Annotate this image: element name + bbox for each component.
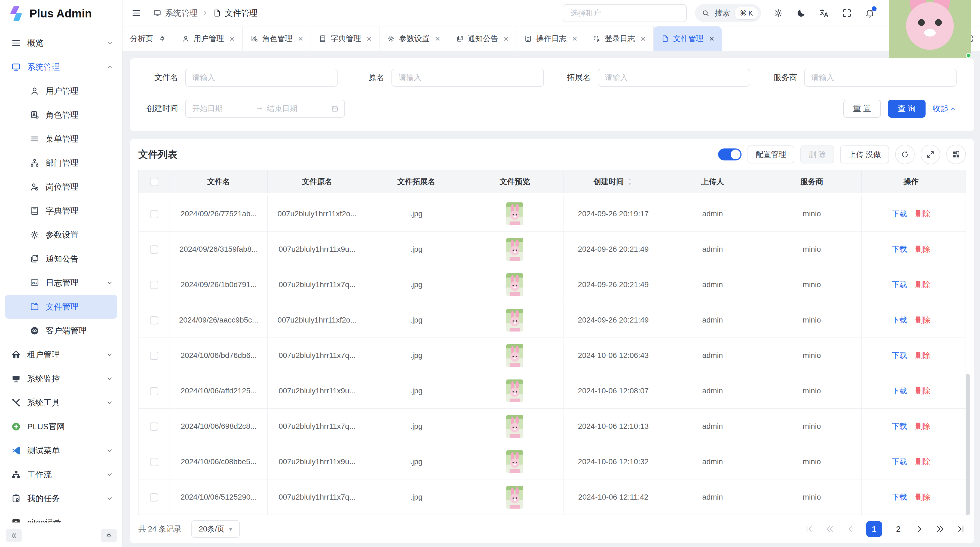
sidebar-item[interactable]: 客户端管理 [0, 319, 122, 343]
sidebar-item[interactable]: 参数设置 [0, 223, 122, 247]
table-fullscreen-button[interactable] [921, 145, 940, 164]
sidebar-item[interactable]: PLUS官网 [0, 415, 122, 439]
sidebar-item[interactable]: 部门管理 [0, 151, 122, 175]
close-icon[interactable]: × [298, 34, 303, 43]
preview-thumbnail[interactable] [506, 380, 523, 402]
col-created-time[interactable]: 创建时间 [564, 170, 663, 193]
delete-link[interactable]: 删除 [915, 458, 931, 466]
download-link[interactable]: 下载 [892, 493, 907, 501]
close-icon[interactable]: × [709, 34, 714, 43]
config-manage-button[interactable]: 配置管理 [748, 145, 794, 163]
tab[interactable]: 操作日志 × [516, 26, 585, 51]
column-settings-button[interactable] [946, 145, 966, 164]
preview-thumbnail[interactable] [506, 273, 523, 296]
col-actions[interactable]: 操作 [862, 170, 961, 193]
delete-link[interactable]: 删除 [915, 245, 931, 254]
sidebar-item[interactable]: 通知公告 [0, 247, 122, 271]
page-number-1[interactable]: 1 [866, 521, 882, 537]
collapse-filter-link[interactable]: 收起 [932, 103, 956, 114]
delete-link[interactable]: 删除 [915, 351, 931, 360]
delete-link[interactable]: 删除 [915, 493, 931, 501]
preview-thumbnail[interactable] [506, 415, 523, 438]
breadcrumb-item-files[interactable]: 文件管理 [213, 8, 258, 19]
extension-input[interactable] [598, 69, 750, 87]
tab[interactable]: 参数设置 × [379, 26, 448, 51]
select-all-checkbox[interactable] [150, 178, 158, 186]
row-checkbox[interactable] [150, 316, 158, 324]
batch-delete-button[interactable]: 删除 [800, 145, 834, 163]
preview-thumbnail[interactable] [506, 203, 523, 225]
preview-thumbnail[interactable] [506, 309, 523, 332]
hamburger-icon[interactable] [131, 8, 142, 18]
delete-link[interactable]: 删除 [915, 386, 931, 395]
upload-button[interactable]: 上传 没做 [840, 145, 889, 163]
sidebar-item[interactable]: 租户管理 [0, 343, 122, 367]
sidebar-item[interactable]: G gitee记录 [0, 510, 122, 523]
sidebar-item[interactable]: DEV 日志管理 [0, 271, 122, 295]
sidebar-item[interactable]: 测试菜单 [0, 439, 122, 462]
row-checkbox[interactable] [150, 458, 158, 466]
sidebar-item[interactable]: 用户管理 [0, 79, 122, 103]
dark-mode-moon-icon[interactable] [796, 8, 806, 18]
sidebar-item[interactable]: 系统管理 [0, 55, 122, 79]
last-page-button[interactable] [956, 524, 966, 534]
download-link[interactable]: 下载 [892, 209, 907, 218]
tab[interactable]: 角色管理 × [243, 26, 311, 51]
reset-button[interactable]: 重置 [843, 100, 881, 118]
sidebar-item[interactable]: 文件管理 [5, 295, 117, 319]
settings-gear-icon[interactable] [773, 8, 783, 18]
sidebar-item[interactable]: 我的任务 [0, 486, 122, 510]
tab[interactable]: 文件管理 × [654, 26, 722, 51]
sort-carets-icon[interactable] [626, 177, 633, 186]
sidebar-item[interactable]: 岗位管理 [0, 175, 122, 199]
user-avatar[interactable] [889, 0, 971, 58]
first-page-button[interactable] [804, 524, 814, 534]
query-button[interactable]: 查询 [888, 100, 926, 118]
row-checkbox[interactable] [150, 423, 158, 431]
page-number-2[interactable]: 2 [893, 525, 904, 534]
tab[interactable]: 登录日志 × [585, 26, 654, 51]
download-link[interactable]: 下载 [892, 316, 907, 324]
download-link[interactable]: 下载 [892, 458, 907, 466]
tab[interactable]: 用户管理 × [174, 26, 243, 51]
preview-thumbnail[interactable] [506, 450, 523, 473]
col-extension[interactable]: 文件拓展名 [367, 170, 466, 193]
notification-bell-icon[interactable] [865, 8, 875, 18]
tenant-select-input[interactable] [563, 4, 687, 22]
preview-thumbnail[interactable] [506, 238, 523, 261]
col-preview[interactable]: 文件预览 [466, 170, 564, 193]
col-uploader[interactable]: 上传人 [663, 170, 762, 193]
delete-link[interactable]: 删除 [915, 422, 931, 431]
close-icon[interactable]: × [572, 34, 577, 43]
tab[interactable]: 分析页 [123, 26, 174, 51]
breadcrumb-item-system[interactable]: 系统管理 [153, 8, 197, 19]
language-translate-icon[interactable] [819, 8, 829, 18]
preview-thumbnail[interactable] [506, 486, 523, 509]
sidebar-item[interactable]: 菜单管理 [0, 127, 122, 151]
prev-page-button[interactable] [846, 524, 855, 534]
global-search-button[interactable]: 搜索 ⌘ K [695, 4, 761, 22]
close-icon[interactable]: × [504, 34, 509, 43]
sidebar-item[interactable]: 系统工具 [0, 391, 122, 415]
tab[interactable]: 字典管理 × [311, 26, 379, 51]
download-link[interactable]: 下载 [892, 280, 907, 289]
sidebar-item[interactable]: 字典管理 [0, 199, 122, 223]
back-multi-page-button[interactable] [825, 524, 835, 534]
close-icon[interactable]: × [641, 34, 646, 43]
forward-multi-page-button[interactable] [935, 524, 945, 534]
row-checkbox[interactable] [150, 246, 158, 254]
origin-name-input[interactable] [391, 69, 544, 87]
download-link[interactable]: 下载 [892, 386, 907, 395]
next-page-button[interactable] [915, 524, 924, 534]
sidebar-pin-button[interactable] [101, 529, 117, 542]
close-icon[interactable]: × [229, 34, 235, 43]
preview-thumbnail[interactable] [506, 344, 523, 367]
close-icon[interactable]: × [366, 34, 372, 43]
row-checkbox[interactable] [150, 387, 158, 395]
row-checkbox[interactable] [150, 352, 158, 360]
download-link[interactable]: 下载 [892, 245, 907, 254]
filename-input[interactable] [185, 69, 337, 87]
sidebar-item[interactable]: 概览 [0, 31, 122, 55]
row-checkbox[interactable] [150, 281, 158, 289]
sidebar-collapse-button[interactable] [6, 529, 22, 542]
